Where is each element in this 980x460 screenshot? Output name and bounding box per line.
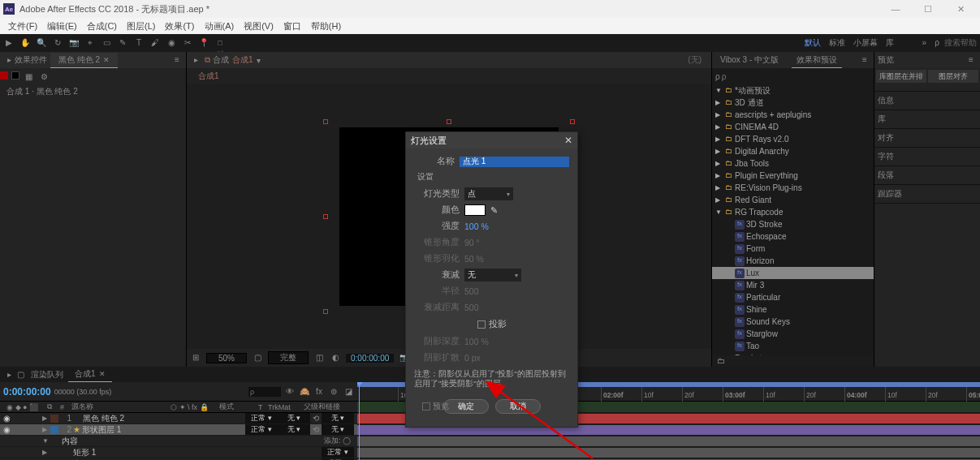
menu-item[interactable]: 效果(T) — [160, 19, 199, 34]
menu-item[interactable]: 视图(V) — [239, 19, 278, 34]
caret-icon[interactable]: ▶ — [42, 415, 50, 422]
effect-item[interactable]: fxTao — [712, 340, 874, 352]
tab-render-queue[interactable]: 渲染队列 — [26, 369, 68, 380]
panel-menu-icon[interactable]: ≡ — [859, 54, 870, 66]
window-min[interactable]: — — [879, 0, 912, 18]
color-swatch[interactable] — [464, 204, 486, 216]
effect-folder[interactable]: ▶🗀aescripts + aeplugins — [712, 109, 874, 121]
tool-section[interactable]: 字符 — [874, 148, 980, 166]
menu-item[interactable]: 图层(L) — [122, 19, 160, 34]
handle-tr[interactable] — [570, 119, 575, 124]
timeline-layer-row[interactable]: ▶矩形 1正常 ▾ — [0, 447, 357, 458]
search-help-placeholder[interactable]: 搜索帮助 — [944, 37, 977, 49]
effects-tab[interactable]: 效果和预设 — [792, 53, 842, 68]
menu-item[interactable]: 窗口 — [278, 19, 306, 34]
zoom-dropdown[interactable]: 50% — [206, 353, 247, 363]
tool-button[interactable]: 库图层在并排 — [876, 70, 926, 83]
tool-section[interactable]: 段落 — [874, 166, 980, 185]
snap-label[interactable]: □对齐 — [214, 37, 226, 49]
menu-item[interactable]: 合成(C) — [82, 19, 122, 34]
tool-section[interactable]: 对齐 — [874, 129, 980, 148]
effects-tree[interactable]: ▼🗀*动画预设▶🗀3D 通道▶🗀aescripts + aeplugins▶🗀C… — [712, 84, 874, 355]
effect-item[interactable]: fxEchospace — [712, 230, 874, 243]
timeline-timecode[interactable]: 0:00:00:00 — [3, 386, 51, 398]
layer-icon[interactable]: ⧉ — [201, 54, 213, 66]
link-icon[interactable]: ⟲ — [310, 413, 322, 424]
rotate-tool-icon[interactable]: ↻ — [52, 37, 63, 49]
res-icon[interactable]: ▢ — [252, 352, 263, 363]
gear-icon[interactable]: ⚙ — [38, 71, 50, 83]
intensity-value[interactable]: 100 % — [464, 221, 489, 231]
ok-button[interactable]: 确定 — [443, 399, 489, 414]
brush-tool-icon[interactable]: 🖌 — [149, 37, 161, 49]
close-icon[interactable]: ✕ — [99, 370, 106, 378]
selection-tool-icon[interactable]: ▶ — [3, 37, 15, 49]
effect-folder[interactable]: ▶🗀CINEMA 4D — [712, 121, 874, 133]
comp-tab[interactable]: 合成1 — [190, 69, 227, 84]
stamp-tool-icon[interactable]: ◉ — [166, 37, 177, 49]
mode-dropdown[interactable]: 正常 ▾ — [245, 424, 278, 435]
effect-item[interactable]: fxHorizon — [712, 255, 874, 267]
tool-section[interactable]: 库 — [874, 110, 980, 129]
anchor-tool-icon[interactable]: ⌖ — [84, 37, 96, 49]
tool-section[interactable]: 信息 — [874, 92, 980, 110]
tool-section[interactable]: 跟踪器 — [874, 185, 980, 204]
window-close[interactable]: ✕ — [944, 0, 977, 18]
effect-folder[interactable]: ▶🗀3D 通道 — [712, 97, 874, 109]
camera-tool-icon[interactable]: 📷 — [68, 37, 80, 49]
timeline-layer-row[interactable]: ◉▶2★形状图层 1正常 ▾无 ▾⟲无 ▾ — [0, 424, 357, 436]
preview-checkbox[interactable] — [422, 402, 430, 411]
effect-folder[interactable]: ▼🗀RG Trapcode — [712, 206, 874, 218]
effect-folder[interactable]: ▶🗀Digital Anarchy — [712, 145, 874, 157]
add-button[interactable]: 添加: ◯ — [321, 436, 354, 446]
caret-icon[interactable]: ▼ — [42, 437, 50, 445]
timeline-search[interactable] — [248, 387, 281, 397]
effects-tab[interactable]: Vibox 3 - 中文版 — [715, 53, 784, 68]
panel-chevron-icon[interactable]: ▸ — [3, 369, 15, 380]
timecode[interactable]: 0:00:00:00 — [346, 354, 394, 363]
timeline-layer-row[interactable]: ▼内容添加: ◯ — [0, 436, 357, 447]
effect-item[interactable]: fxSound Keys — [712, 316, 874, 328]
parent-dropdown[interactable]: 无 ▾ — [322, 424, 354, 435]
tool-button[interactable]: 图层对齐 — [928, 70, 978, 83]
close-icon[interactable]: ✕ — [564, 135, 572, 146]
shadow-checkbox[interactable] — [477, 320, 486, 329]
menu-item[interactable]: 文件(F) — [3, 19, 42, 34]
grid-icon[interactable]: ⊞ — [190, 352, 201, 363]
menu-item[interactable]: 帮助(H) — [306, 19, 346, 34]
project-tab-label[interactable]: 黑色 纯色 2 — [58, 54, 100, 66]
shy-icon[interactable]: 🙈 — [299, 386, 310, 398]
new-folder-icon[interactable]: 🗀 — [715, 355, 727, 367]
playhead[interactable] — [359, 382, 360, 460]
link-icon[interactable]: ⟲ — [310, 424, 322, 436]
workspace-mode[interactable]: 小屏幕 — [853, 37, 878, 49]
handle-tl[interactable] — [323, 119, 328, 124]
eye-icon[interactable]: ◉ — [3, 425, 13, 434]
grid-icon[interactable]: ▦ — [24, 71, 35, 83]
effect-folder[interactable]: ▶🗀RE:Vision Plug-ins — [712, 182, 874, 194]
effect-item[interactable]: fxParticular — [712, 291, 874, 303]
menu-item[interactable]: 动画(A) — [200, 19, 240, 34]
mode-dropdown[interactable]: 正常 ▾ — [245, 413, 278, 423]
panel-chevron-icon[interactable]: ▸ — [3, 54, 15, 66]
effect-folder[interactable]: ▶🗀DFT Rays v2.0 — [712, 133, 874, 145]
workspace-mode[interactable]: 库 — [886, 37, 894, 49]
rect-tool-icon[interactable]: ▭ — [101, 37, 112, 49]
workspace-mode[interactable]: 默认 — [805, 37, 821, 49]
roto-tool-icon[interactable]: ✂ — [182, 37, 193, 49]
workspace-mode[interactable]: 标准 — [829, 37, 845, 49]
effect-item[interactable]: fxShine — [712, 303, 874, 316]
search-input[interactable] — [720, 71, 870, 82]
handle-t[interactable] — [447, 119, 451, 124]
layer-color[interactable] — [50, 426, 58, 434]
render-queue-icon[interactable]: ▢ — [15, 369, 26, 380]
effect-item[interactable]: fx3D Stroke — [712, 218, 874, 230]
effect-folder[interactable]: ▶🗀Red Giant — [712, 194, 874, 206]
search-help-icon[interactable]: ρ — [930, 37, 944, 49]
effect-folder[interactable]: ▶🗀Jba Tools — [712, 157, 874, 170]
trkmat-dropdown[interactable]: 无 ▾ — [278, 424, 310, 435]
panel-menu-icon[interactable]: ≡ — [171, 54, 183, 66]
trkmat-dropdown[interactable]: 无 ▾ — [278, 413, 310, 423]
comp-header-tab[interactable]: 合成1 — [229, 54, 257, 66]
panel-menu-icon[interactable]: ≡ — [965, 54, 977, 66]
